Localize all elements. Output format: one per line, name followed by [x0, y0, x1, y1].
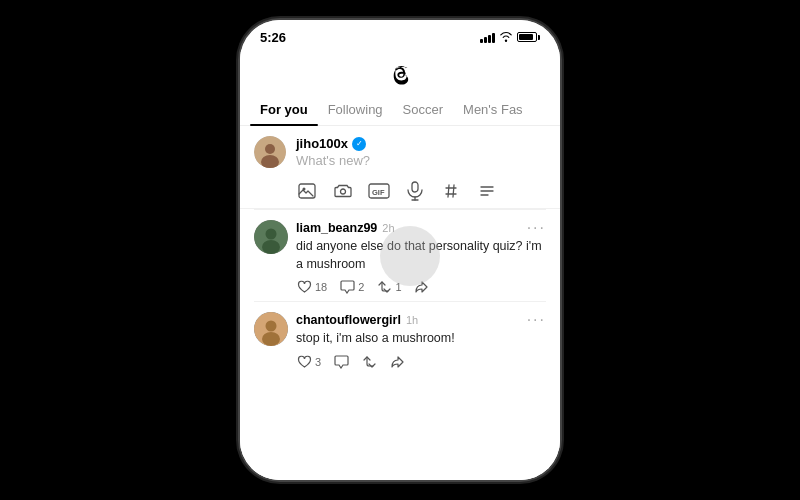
svg-point-22: [266, 321, 277, 332]
post-more-1[interactable]: ···: [527, 220, 546, 236]
repost-icon-1: [376, 279, 392, 295]
post-item-2: chantouflowergirl 1h ··· stop it, i'm al…: [240, 302, 560, 376]
post-actions-1: 18 2: [296, 279, 546, 295]
mic-icon[interactable]: [404, 180, 426, 202]
compose-username: jiho100x: [296, 136, 348, 151]
like-count-1: 18: [315, 281, 327, 293]
tab-for-you[interactable]: For you: [250, 94, 318, 125]
compose-right: jiho100x ✓ What's new?: [296, 136, 546, 202]
gif-icon[interactable]: GIF: [368, 180, 390, 202]
list-icon[interactable]: [476, 180, 498, 202]
signal-icon: [480, 31, 495, 43]
share-icon-2: [389, 354, 405, 370]
compose-name-row: jiho100x ✓: [296, 136, 546, 151]
comment-icon-2: [333, 354, 349, 370]
post-header-1: liam_beanz99 2h ···: [296, 220, 546, 236]
app-content: For you Following Soccer Men's Fas jiho1…: [240, 50, 560, 480]
post-name-time-2: chantouflowergirl 1h: [296, 313, 418, 327]
repost-count-1: 1: [395, 281, 401, 293]
comment-button-1[interactable]: 2: [339, 279, 364, 295]
verified-badge: ✓: [352, 137, 366, 151]
repost-button-1[interactable]: 1: [376, 279, 401, 295]
svg-point-1: [265, 144, 275, 154]
post-name-time-1: liam_beanz99 2h: [296, 221, 395, 235]
wifi-icon: [499, 31, 513, 44]
hashtag-icon[interactable]: [440, 180, 462, 202]
comment-icon-1: [339, 279, 355, 295]
svg-point-23: [262, 332, 280, 346]
compose-placeholder[interactable]: What's new?: [296, 153, 546, 168]
post-text-1: did anyone else do that personality quiz…: [296, 238, 546, 273]
svg-line-13: [448, 185, 449, 197]
post-avatar-2: [254, 312, 288, 346]
like-count-2: 3: [315, 356, 321, 368]
svg-point-20: [262, 240, 280, 254]
tab-soccer[interactable]: Soccer: [393, 94, 453, 125]
threads-header: [240, 50, 560, 94]
comment-count-1: 2: [358, 281, 364, 293]
repost-icon-2: [361, 354, 377, 370]
post-text-2: stop it, i'm also a mushroom!: [296, 330, 546, 348]
like-button-1[interactable]: 18: [296, 279, 327, 295]
share-button-1[interactable]: [414, 279, 430, 295]
like-button-2[interactable]: 3: [296, 354, 321, 370]
post-container-1: liam_beanz99 2h ··· did anyone else do t…: [240, 210, 560, 301]
avatar: [254, 136, 286, 168]
comment-button-2[interactable]: [333, 354, 349, 370]
svg-point-19: [266, 229, 277, 240]
post-time-1: 2h: [382, 222, 394, 234]
post-actions-2: 3: [296, 354, 546, 370]
post-item-1: liam_beanz99 2h ··· did anyone else do t…: [240, 210, 560, 301]
share-button-2[interactable]: [389, 354, 405, 370]
tab-following[interactable]: Following: [318, 94, 393, 125]
repost-button-2[interactable]: [361, 354, 377, 370]
phone-frame: 5:26: [240, 20, 560, 480]
heart-icon-1: [296, 279, 312, 295]
svg-point-5: [341, 189, 346, 194]
post-username-1: liam_beanz99: [296, 221, 377, 235]
svg-line-14: [453, 185, 454, 197]
post-right-2: chantouflowergirl 1h ··· stop it, i'm al…: [296, 312, 546, 370]
post-avatar-1: [254, 220, 288, 254]
compose-icons: GIF: [296, 180, 546, 202]
post-username-2: chantouflowergirl: [296, 313, 401, 327]
threads-logo: [384, 58, 416, 90]
status-icons: [480, 31, 540, 44]
post-header-2: chantouflowergirl 1h ···: [296, 312, 546, 328]
heart-icon-2: [296, 354, 312, 370]
share-icon-1: [414, 279, 430, 295]
bottom-section: [240, 376, 560, 481]
tabs-row: For you Following Soccer Men's Fas: [240, 94, 560, 126]
camera-icon[interactable]: [332, 180, 354, 202]
svg-text:GIF: GIF: [372, 188, 385, 197]
post-time-2: 1h: [406, 314, 418, 326]
status-bar: 5:26: [240, 20, 560, 50]
image-icon[interactable]: [296, 180, 318, 202]
post-right-1: liam_beanz99 2h ··· did anyone else do t…: [296, 220, 546, 295]
svg-rect-8: [412, 182, 418, 192]
post-more-2[interactable]: ···: [527, 312, 546, 328]
compose-section: jiho100x ✓ What's new?: [240, 126, 560, 209]
tab-mens-fashion[interactable]: Men's Fas: [453, 94, 533, 125]
status-time: 5:26: [260, 30, 286, 45]
battery-icon: [517, 32, 540, 42]
